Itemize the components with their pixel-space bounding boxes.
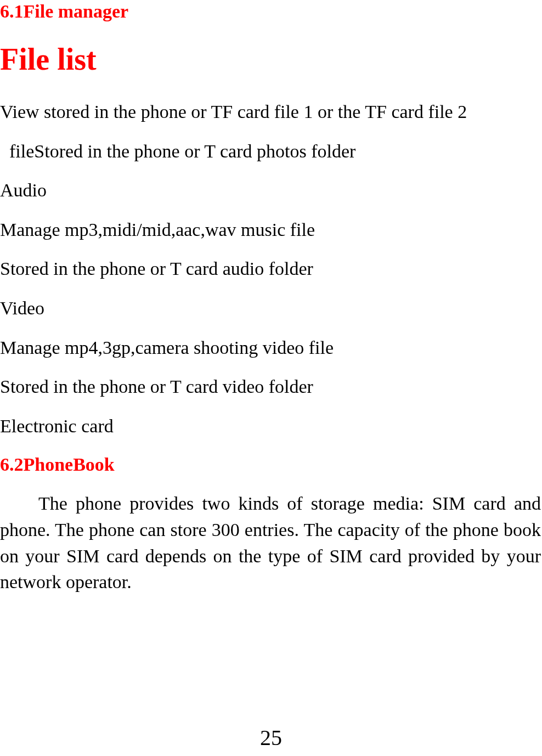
paragraph: The phone provides two kinds of storage … <box>0 490 541 595</box>
paragraph: Electronic card <box>0 413 541 439</box>
page-number: 25 <box>0 725 542 751</box>
paragraph: fileStored in the phone or T card photos… <box>0 138 541 165</box>
paragraph: Video <box>0 295 541 321</box>
paragraph: Stored in the phone or T card video fold… <box>0 374 541 400</box>
title-file-list: File list <box>0 42 541 77</box>
paragraph: Manage mp3,midi/mid,aac,wav music file <box>0 217 541 243</box>
paragraph: Stored in the phone or T card audio fold… <box>0 256 541 282</box>
paragraph: Manage mp4,3gp,camera shooting video fil… <box>0 335 541 361</box>
section-header-file-manager: 6.1File manager <box>0 1 541 22</box>
paragraph: Audio <box>0 177 541 204</box>
section-header-phonebook: 6.2PhoneBook <box>0 454 541 475</box>
paragraph: View stored in the phone or TF card file… <box>0 99 541 125</box>
